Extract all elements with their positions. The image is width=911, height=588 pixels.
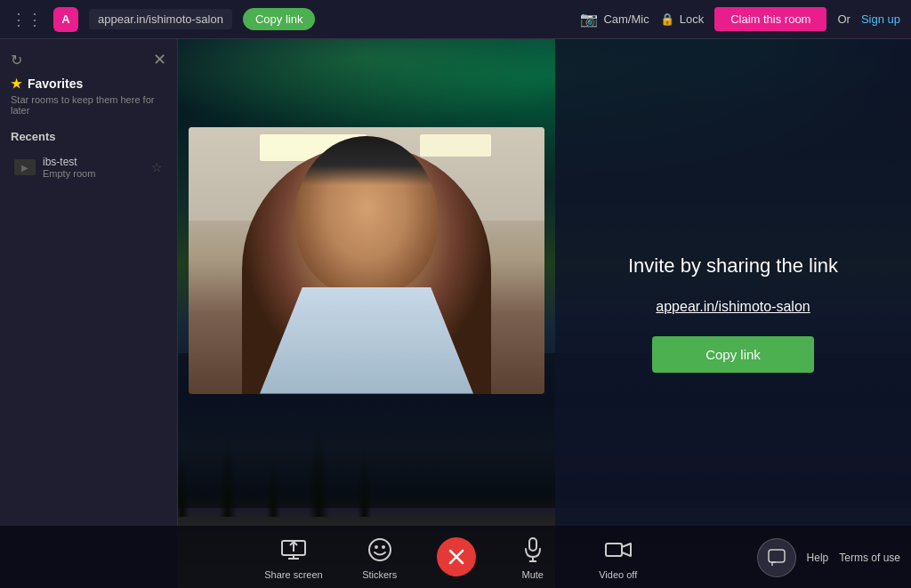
video-person-hair — [295, 136, 438, 185]
svg-point-5 — [369, 539, 391, 560]
svg-rect-10 — [529, 538, 536, 551]
mute-label: Mute — [521, 569, 543, 580]
video-container: Invite by sharing the link appear.in/ish… — [178, 39, 911, 588]
video-person-head — [295, 136, 438, 296]
recents-section: Recents ▶ ibs-test Empty room ☆ — [11, 130, 166, 184]
camera-icon: 📷 — [580, 11, 598, 28]
favorites-title: ★ Favorites — [11, 77, 166, 91]
end-call-button[interactable] — [437, 537, 476, 576]
svg-point-7 — [382, 545, 385, 549]
room-url: appear.in/ishimoto-salon — [89, 9, 232, 29]
video-off-icon — [599, 534, 638, 566]
topbar: ⋮⋮ A appear.in/ishimoto-salon Copy link … — [0, 0, 911, 39]
signup-prefix: Or — [837, 12, 850, 26]
favorite-toggle-icon[interactable]: ☆ — [151, 160, 163, 174]
share-screen-item[interactable]: Share screen — [264, 534, 322, 580]
share-screen-label: Share screen — [264, 569, 322, 580]
cam-mic-button[interactable]: 📷 Cam/Mic — [580, 11, 649, 28]
help-terms-area: Help Terms of use — [757, 538, 900, 577]
svg-rect-13 — [606, 544, 622, 556]
recent-room-status: Empty room — [43, 168, 144, 179]
favorites-section: ★ Favorites Star rooms to keep them here… — [11, 77, 166, 116]
sidebar: ↻ ✕ ★ Favorites Star rooms to keep them … — [0, 39, 178, 588]
mute-icon — [513, 534, 552, 566]
lock-button[interactable]: 🔒 Lock — [660, 12, 704, 26]
local-video-feed — [189, 127, 544, 394]
video-person-body — [242, 145, 491, 394]
lock-icon: 🔒 — [660, 12, 674, 26]
terms-link[interactable]: Terms of use — [839, 552, 900, 564]
svg-rect-14 — [769, 550, 785, 562]
favorites-hint: Star rooms to keep them here for later — [11, 94, 166, 116]
video-face — [189, 127, 544, 394]
recents-title: Recents — [11, 130, 166, 143]
claim-room-button[interactable]: Claim this room — [714, 7, 826, 31]
video-person-shirt — [260, 287, 473, 394]
close-sidebar-icon[interactable]: ✕ — [153, 50, 166, 69]
chat-support-button[interactable] — [757, 538, 796, 577]
recent-room-name: ibs-test — [43, 156, 144, 168]
mute-item[interactable]: Mute — [504, 534, 561, 580]
signup-link[interactable]: Sign up — [861, 12, 900, 26]
video-off-item[interactable]: Video off — [590, 534, 647, 580]
help-link[interactable]: Help — [807, 552, 829, 564]
grid-icon[interactable]: ⋮⋮ — [11, 10, 43, 29]
invite-link[interactable]: appear.in/ishimoto-salon — [656, 299, 810, 315]
stickers-icon — [360, 534, 399, 566]
invite-title: Invite by sharing the link — [628, 254, 838, 278]
recent-room-thumb: ▶ — [14, 159, 36, 175]
share-screen-icon — [274, 534, 313, 566]
video-off-label: Video off — [599, 569, 637, 580]
stickers-item[interactable]: Stickers — [351, 534, 408, 580]
video-face-features — [295, 181, 438, 296]
main-area: Invite by sharing the link appear.in/ish… — [178, 39, 911, 588]
refresh-icon[interactable]: ↻ — [11, 52, 22, 68]
sidebar-header: ↻ ✕ — [11, 50, 166, 69]
topbar-copy-link-button[interactable]: Copy link — [243, 8, 315, 30]
app-logo: A — [53, 7, 78, 32]
stickers-label: Stickers — [362, 569, 397, 580]
recent-room-info: ibs-test Empty room — [43, 156, 144, 179]
invite-panel: Invite by sharing the link appear.in/ish… — [555, 39, 911, 588]
recent-room-item[interactable]: ▶ ibs-test Empty room ☆ — [11, 150, 166, 184]
video-icon: ▶ — [21, 163, 28, 173]
svg-point-6 — [375, 545, 378, 549]
star-icon: ★ — [11, 77, 22, 91]
invite-copy-link-button[interactable]: Copy link — [652, 336, 814, 373]
